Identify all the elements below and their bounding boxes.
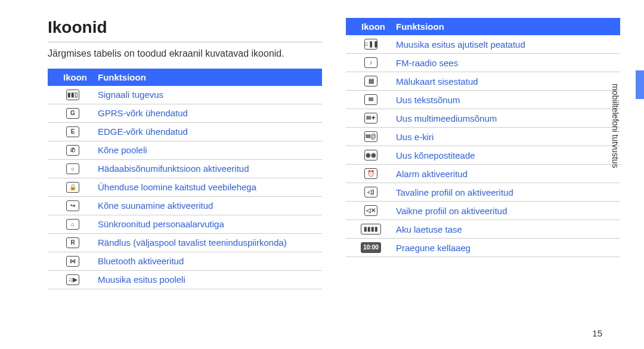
left-column: Ikoonid Järgmises tabelis on toodud ekra…	[48, 18, 322, 289]
voicemail-icon: ◉◉	[364, 150, 377, 160]
roaming-icon: R	[66, 237, 79, 248]
icon-cell: ✉@	[346, 131, 396, 142]
function-label: Uus multimeediumsõnum	[396, 113, 620, 123]
call-in-progress-icon: ✆	[66, 145, 79, 156]
call-forward-icon: ↪	[66, 200, 79, 211]
icon-cell: 10:00	[346, 242, 396, 253]
function-label: Vaikne profiil on aktiveeritud	[396, 206, 620, 216]
table-row: GGPRS-võrk ühendatud	[48, 104, 322, 123]
function-label: Uus kõnepostiteade	[396, 150, 620, 160]
function-label: Uus e-kiri	[396, 132, 620, 142]
new-email-icon: ✉@	[364, 131, 377, 142]
table-header-left: Ikoon Funktsioon	[48, 69, 322, 86]
function-label: Ühenduse loomine kaitstud veebilehega	[98, 182, 322, 192]
function-label: Signaali tugevus	[98, 89, 322, 100]
function-label: Kõne pooleli	[98, 145, 322, 155]
function-label: Muusika esitus ajutiselt peatatud	[396, 39, 620, 50]
table-row: ↪Kõne suunamine aktiveeritud	[48, 197, 322, 215]
icon-cell: ▮▮▮▮	[346, 224, 396, 234]
page-number: 15	[592, 328, 602, 338]
signal-strength-icon: ▮▮▯	[66, 89, 79, 100]
table-row: ◁)Tavaline profiil on aktiveeritud	[346, 183, 620, 202]
function-label: Alarm aktiveeritud	[396, 169, 620, 179]
icon-cell: ✉	[346, 94, 396, 105]
table-row: EEDGE-võrk ühendatud	[48, 123, 322, 141]
memory-card-icon: ▤	[364, 76, 377, 87]
table-row: ▮▮▯Signaali tugevus	[48, 86, 322, 104]
table-row: ✉@Uus e-kiri	[346, 128, 620, 146]
battery-icon: ▮▮▮▮	[361, 224, 381, 234]
table-row: ✉Uus tekstsõnum	[346, 91, 620, 109]
header-function-label: Funktsioon	[98, 72, 322, 82]
function-label: Bluetooth aktiveeritud	[98, 256, 322, 266]
icon-cell: ♫❚❚	[346, 39, 396, 50]
normal-profile-icon: ◁)	[364, 187, 377, 197]
icon-cell: ◁✕	[346, 205, 396, 216]
icon-cell: ↪	[48, 200, 98, 211]
music-pause-icon: ♫❚❚	[364, 39, 377, 50]
icon-cell: ♫▶	[48, 274, 98, 285]
side-section-label: mobiiltelefoni tutvustus	[611, 84, 620, 168]
header-icon-label: Ikoon	[346, 21, 396, 32]
table-header-right: Ikoon Funktsioon	[346, 18, 620, 35]
icon-cell: E	[48, 126, 98, 137]
icon-cell: ✉✦	[346, 113, 396, 123]
icon-cell: ✆	[48, 145, 98, 156]
new-mms-icon: ✉✦	[364, 113, 377, 123]
icon-cell: ⌂	[48, 219, 98, 230]
function-label: FM-raadio sees	[396, 58, 620, 68]
clock-icon: 10:00	[361, 242, 381, 253]
table-row: ⋈Bluetooth aktiveeritud	[48, 252, 322, 271]
icon-cell: 🔒	[48, 182, 98, 193]
table-row: ☼Hädaabisõnumifunktsioon aktiveeritud	[48, 160, 322, 178]
right-table-body: ♫❚❚Muusika esitus ajutiselt peatatud♪FM-…	[346, 35, 620, 257]
side-tab-marker	[636, 70, 644, 99]
table-row: RRändlus (väljaspool tavalist teenindusp…	[48, 234, 322, 252]
table-row: 🔒Ühenduse loomine kaitstud veebilehega	[48, 178, 322, 197]
table-row: ◁✕Vaikne profiil on aktiveeritud	[346, 202, 620, 220]
icon-cell: G	[48, 108, 98, 119]
table-row: ⏰Alarm aktiveeritud	[346, 165, 620, 183]
intro-text: Järgmises tabelis on toodud ekraanil kuv…	[48, 47, 322, 60]
edge-icon: E	[66, 126, 79, 137]
left-table-body: ▮▮▯Signaali tugevusGGPRS-võrk ühendatudE…	[48, 86, 322, 289]
function-label: Aku laetuse tase	[396, 224, 620, 234]
function-label: Rändlus (väljaspool tavalist teeninduspi…	[98, 237, 322, 248]
icon-cell: ☼	[48, 163, 98, 174]
table-row: ⌂Sünkroonitud personaalarvutiga	[48, 215, 322, 234]
table-row: ♪FM-raadio sees	[346, 54, 620, 72]
table-row: ♫❚❚Muusika esitus ajutiselt peatatud	[346, 35, 620, 54]
fm-radio-icon: ♪	[364, 57, 377, 68]
header-function-label: Funktsioon	[396, 21, 620, 32]
function-label: Muusika esitus pooleli	[98, 274, 322, 285]
function-label: Kõne suunamine aktiveeritud	[98, 200, 322, 211]
icon-cell: ♪	[346, 57, 396, 68]
music-play-icon: ♫▶	[66, 274, 79, 285]
table-row: ♫▶Muusika esitus pooleli	[48, 271, 322, 289]
icon-cell: ⋈	[48, 256, 98, 267]
table-row: ▤Mälukaart sisestatud	[346, 72, 620, 91]
table-row: ◉◉Uus kõnepostiteade	[346, 146, 620, 165]
alarm-icon: ⏰	[364, 168, 377, 179]
silent-profile-icon: ◁✕	[364, 205, 377, 216]
secure-web-icon: 🔒	[66, 182, 79, 193]
icon-cell: ▤	[346, 76, 396, 87]
table-row: ✉✦Uus multimeediumsõnum	[346, 109, 620, 128]
right-column: Ikoon Funktsioon ♫❚❚Muusika esitus ajuti…	[346, 18, 620, 289]
function-label: Hädaabisõnumifunktsioon aktiveeritud	[98, 163, 322, 174]
function-label: EDGE-võrk ühendatud	[98, 126, 322, 137]
icon-cell: ◉◉	[346, 150, 396, 160]
table-row: 10:00Praegune kellaaeg	[346, 239, 620, 257]
icon-cell: R	[48, 237, 98, 248]
function-label: Mälukaart sisestatud	[396, 76, 620, 87]
function-label: Sünkroonitud personaalarvutiga	[98, 219, 322, 229]
function-label: Uus tekstsõnum	[396, 95, 620, 105]
function-label: Tavaline profiil on aktiveeritud	[396, 187, 620, 197]
new-sms-icon: ✉	[364, 94, 377, 105]
table-row: ▮▮▮▮Aku laetuse tase	[346, 220, 620, 239]
gprs-icon: G	[66, 108, 79, 119]
bluetooth-icon: ⋈	[66, 256, 79, 267]
header-icon-label: Ikoon	[48, 72, 98, 82]
page-title: Ikoonid	[48, 18, 322, 42]
function-label: Praegune kellaaeg	[396, 243, 620, 253]
